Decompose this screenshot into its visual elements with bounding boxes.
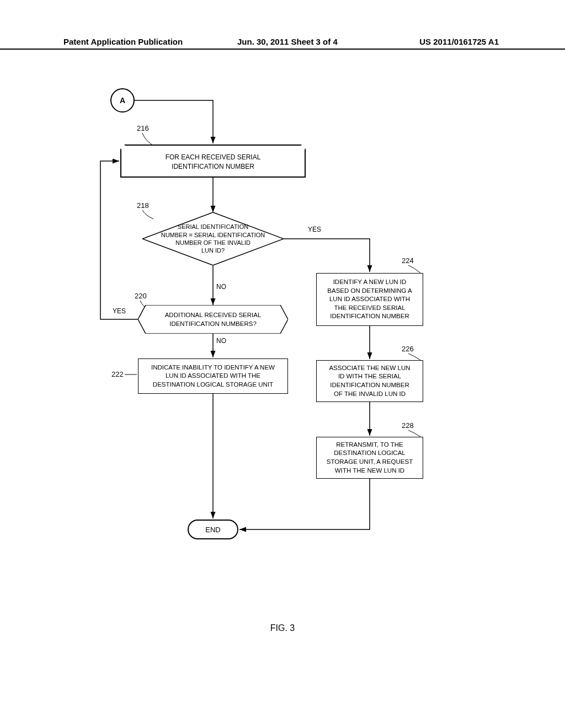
decision-218-text: SERIAL IDENTIFICATION NUMBER = SERIAL ID…	[145, 223, 282, 254]
decision-218: SERIAL IDENTIFICATION NUMBER = SERIAL ID…	[142, 212, 284, 265]
process-224: IDENTIFY A NEW LUN ID BASED ON DETERMINI…	[316, 273, 423, 326]
decision-220-text: ADDITIONAL RECEIVED SERIAL IDENTIFICATIO…	[138, 311, 288, 328]
terminator-end-text: END	[205, 526, 220, 534]
decision-220: ADDITIONAL RECEIVED SERIAL IDENTIFICATIO…	[138, 305, 288, 334]
ref-224: 224	[402, 256, 414, 265]
ref-226: 226	[402, 345, 414, 353]
label-yes-220: YES	[113, 307, 126, 315]
loop-216-text: FOR EACH RECEIVED SERIAL IDENTIFICATION …	[166, 153, 261, 170]
label-no-220: NO	[216, 337, 226, 345]
header-center: Jun. 30, 2011 Sheet 3 of 4	[237, 37, 338, 46]
ref-218: 218	[137, 201, 149, 210]
connector-a-label: A	[120, 96, 125, 105]
process-224-text: IDENTIFY A NEW LUN ID BASED ON DETERMINI…	[327, 278, 412, 321]
process-226-text: ASSOCIATE THE NEW LUN ID WITH THE SERIAL…	[329, 364, 410, 398]
process-226: ASSOCIATE THE NEW LUN ID WITH THE SERIAL…	[316, 360, 423, 402]
ref-222: 222	[111, 370, 124, 378]
flowchart-diagram: A 216 FOR EACH RECEIVED SERIAL IDENTIFIC…	[0, 85, 565, 637]
process-222: INDICATE INABILITY TO IDENTIFY A NEW LUN…	[138, 358, 288, 394]
header-left: Patent Application Publication	[63, 37, 183, 46]
process-228-text: RETRANSMIT, TO THE DESTINATION LOGICAL S…	[327, 441, 413, 475]
ref-216: 216	[137, 124, 149, 132]
figure-label: FIG. 3	[0, 623, 565, 633]
connector-a: A	[110, 88, 135, 113]
ref-228: 228	[402, 421, 414, 430]
process-228: RETRANSMIT, TO THE DESTINATION LOGICAL S…	[316, 437, 423, 479]
process-222-text: INDICATE INABILITY TO IDENTIFY A NEW LUN…	[151, 363, 275, 389]
terminator-end: END	[188, 520, 238, 539]
ref-220: 220	[135, 292, 147, 300]
label-yes-218: YES	[308, 226, 321, 233]
header-right: US 2011/0161725 A1	[419, 37, 499, 46]
label-no-218: NO	[216, 283, 226, 291]
loop-216: FOR EACH RECEIVED SERIAL IDENTIFICATION …	[120, 144, 306, 178]
